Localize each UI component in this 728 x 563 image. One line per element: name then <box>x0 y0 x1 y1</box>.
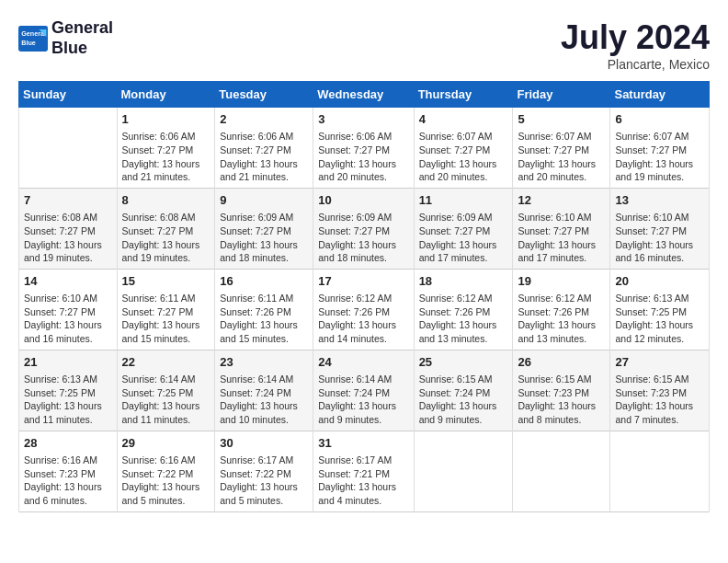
calendar-cell: 23Sunrise: 6:14 AM Sunset: 7:24 PM Dayli… <box>215 350 313 431</box>
calendar-cell: 8Sunrise: 6:08 AM Sunset: 7:27 PM Daylig… <box>117 188 215 269</box>
calendar-week-row: 28Sunrise: 6:16 AM Sunset: 7:23 PM Dayli… <box>19 431 710 511</box>
day-number: 2 <box>220 111 308 128</box>
day-number: 28 <box>24 435 112 452</box>
day-info: Sunrise: 6:15 AM Sunset: 7:23 PM Dayligh… <box>518 373 605 427</box>
day-info: Sunrise: 6:13 AM Sunset: 7:25 PM Dayligh… <box>24 373 112 427</box>
day-number: 12 <box>518 192 605 209</box>
location-subtitle: Plancarte, Mexico <box>561 57 710 72</box>
calendar-cell <box>19 108 118 189</box>
calendar-cell: 4Sunrise: 6:07 AM Sunset: 7:27 PM Daylig… <box>414 108 513 189</box>
day-info: Sunrise: 6:17 AM Sunset: 7:22 PM Dayligh… <box>220 454 308 508</box>
calendar-cell: 10Sunrise: 6:09 AM Sunset: 7:27 PM Dayli… <box>313 188 414 269</box>
calendar-cell: 16Sunrise: 6:11 AM Sunset: 7:26 PM Dayli… <box>215 269 313 350</box>
day-number: 15 <box>122 273 210 290</box>
calendar-cell: 2Sunrise: 6:06 AM Sunset: 7:27 PM Daylig… <box>215 108 313 189</box>
day-number: 24 <box>318 354 408 371</box>
calendar-cell <box>513 431 610 511</box>
day-number: 26 <box>518 354 605 371</box>
day-number: 6 <box>615 111 704 128</box>
day-number: 25 <box>419 354 508 371</box>
day-number: 13 <box>615 192 704 209</box>
calendar-cell: 18Sunrise: 6:12 AM Sunset: 7:26 PM Dayli… <box>414 269 513 350</box>
day-info: Sunrise: 6:10 AM Sunset: 7:27 PM Dayligh… <box>615 211 704 265</box>
calendar-cell: 11Sunrise: 6:09 AM Sunset: 7:27 PM Dayli… <box>414 188 513 269</box>
calendar-cell: 1Sunrise: 6:06 AM Sunset: 7:27 PM Daylig… <box>117 108 215 189</box>
calendar-week-row: 1Sunrise: 6:06 AM Sunset: 7:27 PM Daylig… <box>19 108 710 189</box>
calendar-table: SundayMondayTuesdayWednesdayThursdayFrid… <box>18 81 710 512</box>
calendar-cell: 31Sunrise: 6:17 AM Sunset: 7:21 PM Dayli… <box>313 431 414 511</box>
calendar-cell <box>414 431 513 511</box>
calendar-cell: 14Sunrise: 6:10 AM Sunset: 7:27 PM Dayli… <box>19 269 118 350</box>
page-header: General Blue General Blue July 2024 Plan… <box>18 18 710 72</box>
calendar-cell: 15Sunrise: 6:11 AM Sunset: 7:27 PM Dayli… <box>117 269 215 350</box>
calendar-cell: 28Sunrise: 6:16 AM Sunset: 7:23 PM Dayli… <box>19 431 118 511</box>
day-info: Sunrise: 6:15 AM Sunset: 7:24 PM Dayligh… <box>419 373 508 427</box>
calendar-cell: 20Sunrise: 6:13 AM Sunset: 7:25 PM Dayli… <box>610 269 710 350</box>
calendar-cell: 29Sunrise: 6:16 AM Sunset: 7:22 PM Dayli… <box>117 431 215 511</box>
title-block: July 2024 Plancarte, Mexico <box>561 18 710 72</box>
calendar-week-row: 14Sunrise: 6:10 AM Sunset: 7:27 PM Dayli… <box>19 269 710 350</box>
day-info: Sunrise: 6:09 AM Sunset: 7:27 PM Dayligh… <box>419 211 508 265</box>
calendar-cell: 19Sunrise: 6:12 AM Sunset: 7:26 PM Dayli… <box>513 269 610 350</box>
header-cell-tuesday: Tuesday <box>215 82 313 108</box>
day-info: Sunrise: 6:12 AM Sunset: 7:26 PM Dayligh… <box>318 292 408 346</box>
day-number: 29 <box>122 435 210 452</box>
calendar-cell: 30Sunrise: 6:17 AM Sunset: 7:22 PM Dayli… <box>215 431 313 511</box>
day-number: 22 <box>122 354 210 371</box>
calendar-cell: 21Sunrise: 6:13 AM Sunset: 7:25 PM Dayli… <box>19 350 118 431</box>
day-info: Sunrise: 6:16 AM Sunset: 7:23 PM Dayligh… <box>24 454 112 508</box>
day-number: 8 <box>122 192 210 209</box>
calendar-cell: 17Sunrise: 6:12 AM Sunset: 7:26 PM Dayli… <box>313 269 414 350</box>
logo: General Blue General Blue <box>18 18 113 58</box>
day-info: Sunrise: 6:08 AM Sunset: 7:27 PM Dayligh… <box>24 211 112 265</box>
day-info: Sunrise: 6:09 AM Sunset: 7:27 PM Dayligh… <box>220 211 308 265</box>
calendar-cell: 7Sunrise: 6:08 AM Sunset: 7:27 PM Daylig… <box>19 188 118 269</box>
calendar-header-row: SundayMondayTuesdayWednesdayThursdayFrid… <box>19 82 710 108</box>
day-info: Sunrise: 6:06 AM Sunset: 7:27 PM Dayligh… <box>318 130 408 184</box>
day-info: Sunrise: 6:15 AM Sunset: 7:23 PM Dayligh… <box>615 373 704 427</box>
day-number: 4 <box>419 111 508 128</box>
day-info: Sunrise: 6:08 AM Sunset: 7:27 PM Dayligh… <box>122 211 210 265</box>
day-info: Sunrise: 6:10 AM Sunset: 7:27 PM Dayligh… <box>24 292 112 346</box>
day-number: 27 <box>615 354 704 371</box>
day-number: 9 <box>220 192 308 209</box>
day-info: Sunrise: 6:07 AM Sunset: 7:27 PM Dayligh… <box>615 130 704 184</box>
day-number: 31 <box>318 435 408 452</box>
day-number: 23 <box>220 354 308 371</box>
day-info: Sunrise: 6:12 AM Sunset: 7:26 PM Dayligh… <box>518 292 605 346</box>
calendar-week-row: 7Sunrise: 6:08 AM Sunset: 7:27 PM Daylig… <box>19 188 710 269</box>
calendar-cell <box>610 431 710 511</box>
day-info: Sunrise: 6:13 AM Sunset: 7:25 PM Dayligh… <box>615 292 704 346</box>
day-info: Sunrise: 6:06 AM Sunset: 7:27 PM Dayligh… <box>122 130 210 184</box>
logo-icon: General Blue <box>18 26 48 52</box>
calendar-cell: 26Sunrise: 6:15 AM Sunset: 7:23 PM Dayli… <box>513 350 610 431</box>
day-info: Sunrise: 6:11 AM Sunset: 7:26 PM Dayligh… <box>220 292 308 346</box>
calendar-week-row: 21Sunrise: 6:13 AM Sunset: 7:25 PM Dayli… <box>19 350 710 431</box>
calendar-cell: 12Sunrise: 6:10 AM Sunset: 7:27 PM Dayli… <box>513 188 610 269</box>
calendar-cell: 24Sunrise: 6:14 AM Sunset: 7:24 PM Dayli… <box>313 350 414 431</box>
day-info: Sunrise: 6:09 AM Sunset: 7:27 PM Dayligh… <box>318 211 408 265</box>
calendar-cell: 13Sunrise: 6:10 AM Sunset: 7:27 PM Dayli… <box>610 188 710 269</box>
day-number: 30 <box>220 435 308 452</box>
day-info: Sunrise: 6:07 AM Sunset: 7:27 PM Dayligh… <box>419 130 508 184</box>
day-number: 21 <box>24 354 112 371</box>
day-info: Sunrise: 6:14 AM Sunset: 7:25 PM Dayligh… <box>122 373 210 427</box>
day-number: 18 <box>419 273 508 290</box>
month-year-title: July 2024 <box>561 18 710 57</box>
day-number: 10 <box>318 192 408 209</box>
calendar-cell: 3Sunrise: 6:06 AM Sunset: 7:27 PM Daylig… <box>313 108 414 189</box>
day-info: Sunrise: 6:10 AM Sunset: 7:27 PM Dayligh… <box>518 211 605 265</box>
day-number: 14 <box>24 273 112 290</box>
header-cell-friday: Friday <box>513 82 610 108</box>
day-info: Sunrise: 6:14 AM Sunset: 7:24 PM Dayligh… <box>318 373 408 427</box>
header-cell-wednesday: Wednesday <box>313 82 414 108</box>
day-number: 3 <box>318 111 408 128</box>
calendar-cell: 6Sunrise: 6:07 AM Sunset: 7:27 PM Daylig… <box>610 108 710 189</box>
logo-line2: Blue <box>51 39 113 59</box>
day-info: Sunrise: 6:14 AM Sunset: 7:24 PM Dayligh… <box>220 373 308 427</box>
day-number: 20 <box>615 273 704 290</box>
day-number: 16 <box>220 273 308 290</box>
day-number: 17 <box>318 273 408 290</box>
day-number: 5 <box>518 111 605 128</box>
day-number: 11 <box>419 192 508 209</box>
